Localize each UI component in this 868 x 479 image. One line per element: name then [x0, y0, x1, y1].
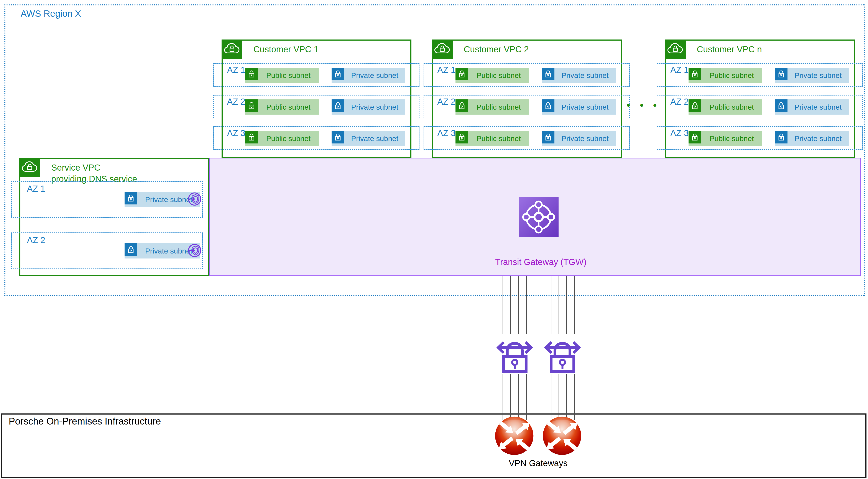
lock-icon [775, 68, 787, 80]
vpn-gateway-router-icon [542, 416, 582, 456]
public-subnet: Public subnet [245, 99, 319, 115]
vpc-cloud-lock-icon [432, 39, 453, 59]
lock-icon [456, 99, 468, 112]
subnet-label: Private subnet [787, 68, 849, 83]
subnet-label: Public subnet [258, 99, 319, 115]
lock-icon [688, 99, 701, 112]
vpc-cloud-lock-icon [665, 39, 686, 59]
lock-icon [245, 131, 258, 144]
az-label: AZ 2 [27, 235, 45, 245]
private-subnet: Private subnet [542, 131, 616, 146]
private-subnet: Private subnet [332, 68, 405, 83]
private-subnet: Private subnet [542, 68, 616, 83]
lock-icon [245, 99, 258, 112]
az-label: AZ 2 [670, 97, 688, 107]
aws-region-label: AWS Region X [21, 8, 81, 19]
subnet-label: Private subnet [554, 131, 616, 146]
public-subnet: Public subnet [688, 131, 762, 146]
lock-icon [125, 243, 137, 256]
vpn-lock-arrows-icon [496, 334, 533, 374]
private-subnet: Private subnet [775, 131, 849, 146]
public-subnet: Public subnet [688, 68, 762, 83]
customer-vpc-n: Customer VPC n AZ 1 Public subnet Privat… [665, 39, 855, 158]
subnet-label: Private subnet [787, 131, 849, 146]
lock-icon [332, 131, 344, 144]
subnet-label: Public subnet [258, 68, 319, 83]
private-subnet: Private subnet [332, 99, 405, 115]
lock-icon [542, 99, 554, 112]
subnet-label: Private subnet [554, 99, 616, 115]
vpc-title: Customer VPC 2 [464, 43, 529, 55]
on-premises-box: Porsche On-Premises Infrastructure [1, 414, 866, 478]
subnet-label: Public subnet [701, 131, 762, 146]
customer-vpc-2: Customer VPC 2 AZ 1 Public subnet Privat… [432, 39, 622, 158]
subnet-label: Public subnet [468, 68, 529, 83]
subnet-label: Public subnet [468, 99, 529, 115]
vpn-lock-arrows-icon [544, 334, 581, 374]
az-row: AZ 2 Public subnet Private subnet [424, 95, 630, 118]
az-row: AZ 1 Public subnet Private subnet [213, 63, 420, 87]
lock-icon [775, 99, 787, 112]
lock-icon [775, 131, 787, 144]
az-row: AZ 2 Public subnet Private subnet [657, 95, 863, 118]
private-subnet: Private subnet [542, 99, 616, 115]
public-subnet: Public subnet [456, 131, 529, 146]
lock-icon [125, 192, 137, 205]
az-label: AZ 3 [670, 128, 688, 138]
az-row: AZ 3 Public subnet Private subnet [424, 126, 630, 150]
lock-icon [688, 131, 701, 144]
on-premises-title: Porsche On-Premises Infrastructure [9, 416, 161, 427]
subnet-label: Public subnet [701, 99, 762, 115]
vpn-gateway-router-icon [494, 416, 534, 456]
az-row: AZ 3 Public subnet Private subnet [657, 126, 863, 150]
vpc-cloud-lock-icon [19, 158, 40, 177]
subnet-label: Private subnet [344, 68, 405, 83]
az-label: AZ 3 [227, 128, 245, 138]
service-vpc: Service VPCproviding DNS service AZ 1 Pr… [19, 158, 209, 276]
vpn-gateways-label: VPN Gateways [493, 458, 584, 468]
az-row: AZ 3 Public subnet Private subnet [213, 126, 420, 150]
az-label: AZ 2 [227, 97, 245, 107]
private-subnet: Private subnet [775, 68, 849, 83]
lock-icon [332, 68, 344, 80]
az-row: AZ 2 Public subnet Private subnet [213, 95, 420, 118]
lock-icon [456, 68, 468, 80]
vpc-cloud-lock-icon [222, 39, 242, 59]
az-row: AZ 1 Public subnet Private subnet [424, 63, 630, 87]
private-subnet: Private subnet [332, 131, 405, 146]
lock-icon [542, 68, 554, 80]
public-subnet: Public subnet [245, 131, 319, 146]
lock-icon [688, 68, 701, 80]
public-subnet: Public subnet [456, 68, 529, 83]
subnet-label: Public subnet [258, 131, 319, 146]
public-subnet: Public subnet [688, 99, 762, 115]
az-label: AZ 3 [437, 128, 456, 138]
vpc-title: Customer VPC 1 [253, 43, 318, 55]
lock-icon [456, 131, 468, 144]
subnet-label: Private subnet [344, 99, 405, 115]
public-subnet: Public subnet [245, 68, 319, 83]
az-label: AZ 1 [437, 65, 456, 75]
az-label: AZ 1 [27, 184, 45, 193]
diagram-canvas: Transit Gateway (TGW) AWS Region X Custo… [0, 0, 868, 479]
subnet-label: Public subnet [468, 131, 529, 146]
subnet-label: Public subnet [701, 68, 762, 83]
az-row: AZ 1 Public subnet Private subnet [657, 63, 863, 87]
dns-resolver-endpoint-icon [187, 243, 202, 258]
customer-vpc-1: Customer VPC 1 AZ 1 Public subnet Privat… [222, 39, 411, 158]
az-label: AZ 2 [437, 97, 456, 107]
subnet-label: Private subnet [554, 68, 616, 83]
az-row: AZ 2 Private subnet [11, 233, 203, 269]
private-subnet: Private subnet [775, 99, 849, 115]
lock-icon [542, 131, 554, 144]
subnet-label: Private subnet [787, 99, 849, 115]
az-row: AZ 1 Private subnet [11, 181, 203, 218]
subnet-label: Private subnet [344, 131, 405, 146]
public-subnet: Public subnet [456, 99, 529, 115]
az-label: AZ 1 [670, 65, 688, 75]
service-vpc-title-line1: Service VPC [51, 163, 100, 172]
vpc-title: Customer VPC n [697, 43, 762, 55]
lock-icon [332, 99, 344, 112]
dns-resolver-endpoint-icon [187, 192, 202, 206]
az-label: AZ 1 [227, 65, 245, 75]
